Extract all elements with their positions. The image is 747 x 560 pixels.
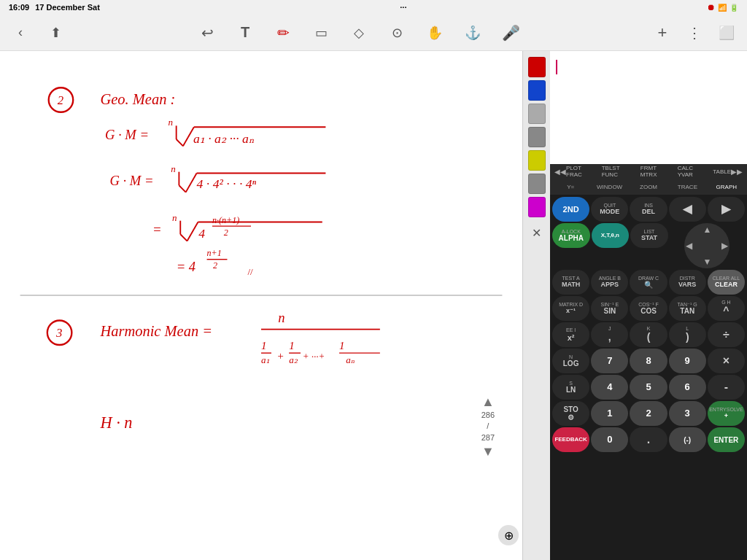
calc-trace-btn[interactable]: TRACE — [668, 180, 706, 193]
calc-0-btn[interactable]: 0 — [591, 427, 628, 452]
calc-zoom-btn[interactable]: ZOOM — [630, 180, 667, 193]
calc-top-bar: ◀◀ PLOT FRAC TBLST FUNC FRMT MTRX CALC Y… — [550, 164, 747, 179]
svg-text:1: 1 — [261, 340, 266, 351]
calc-xinv-btn[interactable]: MATRIX Dx⁻¹ — [552, 296, 589, 321]
calculator-screen[interactable] — [550, 51, 747, 164]
svg-line-20 — [180, 234, 187, 241]
add-button[interactable]: + — [651, 21, 674, 44]
calc-nav-left[interactable]: ◀◀ — [554, 168, 566, 176]
calc-graph-btn[interactable]: GRAPH — [708, 180, 746, 193]
date-display: 17 December Sat — [35, 3, 100, 12]
calc-search-btn[interactable]: DRAW C🔍 — [630, 270, 667, 295]
calc-nav-right[interactable]: ▶▶ — [731, 168, 743, 176]
calc-stat-btn[interactable]: LISTSTAT — [630, 223, 668, 248]
svg-line-21 — [187, 222, 198, 241]
calc-2-btn[interactable]: 2 — [630, 401, 667, 426]
calc-nav-left-btn[interactable]: ◀ — [686, 241, 692, 251]
calc-2nd-btn[interactable]: 2ND — [552, 197, 589, 222]
calc-down-btn[interactable]: ▼ — [703, 257, 711, 267]
page-up-button[interactable]: ▲ — [481, 395, 495, 408]
color-gray2[interactable] — [528, 127, 546, 147]
svg-text:Geo.  Mean :: Geo. Mean : — [100, 91, 175, 107]
svg-text:a₁: a₁ — [261, 354, 270, 365]
mic-button[interactable]: 🎤 — [499, 21, 522, 44]
sidebar-close-button[interactable]: ✕ — [532, 226, 541, 240]
zoom-button[interactable]: ⊕ — [498, 525, 519, 545]
svg-text:aₙ: aₙ — [346, 354, 355, 365]
calc-4-btn[interactable]: 4 — [591, 375, 628, 400]
calc-clear-btn[interactable]: CLEAR ALLCLEAR — [708, 270, 745, 295]
calc-1-btn[interactable]: 1 — [591, 401, 628, 426]
calc-mode-btn[interactable]: QUITMODE — [591, 197, 628, 222]
calc-div-btn[interactable]: ÷ — [708, 322, 745, 347]
calc-sto-btn[interactable]: STO⚙ — [552, 401, 589, 426]
calc-window-btn[interactable]: WINDOW — [590, 180, 628, 193]
calc-math-btn[interactable]: TEST AMATH — [552, 270, 589, 295]
calc-decimal-btn[interactable]: . — [630, 427, 667, 452]
calc-func-row: Y= WINDOW ZOOM TRACE GRAPH — [550, 179, 747, 195]
calc-feedback-btn[interactable]: FEEDBACK — [552, 427, 589, 452]
calc-comma-btn[interactable]: J, — [591, 322, 628, 347]
calc-lparen-btn[interactable]: K( — [630, 322, 667, 347]
calc-nav-right-btn[interactable]: ▶ — [721, 241, 728, 251]
calc-neg-btn[interactable]: (-) — [669, 427, 706, 452]
calc-sub-btn[interactable]: - — [708, 375, 745, 400]
calc-plus-btn[interactable]: ENTRYSOLVE+ — [708, 401, 745, 426]
share-button[interactable]: ⬆ — [44, 21, 67, 44]
battery-icon: 🔋 — [729, 4, 738, 12]
svg-text:4: 4 — [198, 226, 205, 241]
calc-apps-btn[interactable]: ANGLE BAPPS — [591, 270, 628, 295]
svg-text:+: + — [276, 350, 284, 362]
menu-button[interactable]: ⋮ — [683, 21, 706, 44]
shape-button[interactable]: ◇ — [347, 21, 371, 44]
hand-button[interactable]: ✋ — [423, 21, 446, 44]
color-yellow[interactable] — [528, 150, 546, 171]
calc-6-btn[interactable]: 6 — [669, 375, 706, 400]
calc-5-btn[interactable]: 5 — [630, 375, 667, 400]
calc-mul-btn[interactable]: × — [708, 349, 745, 373]
calc-sin-btn[interactable]: SIN⁻¹ ESIN — [591, 296, 628, 321]
text-tool-button[interactable]: T — [233, 21, 257, 44]
color-blue[interactable] — [528, 80, 546, 101]
svg-text:1: 1 — [339, 340, 344, 351]
color-gray3[interactable] — [528, 174, 546, 194]
calc-7-btn[interactable]: 7 — [591, 349, 628, 373]
calc-log-btn[interactable]: NLOG — [552, 349, 589, 373]
calc-pow-btn[interactable]: G H^ — [708, 296, 745, 321]
calc-vars-btn[interactable]: DISTRVARS — [669, 270, 706, 295]
calc-y-btn[interactable]: Y= — [551, 180, 589, 193]
color-red[interactable] — [528, 57, 546, 77]
calc-xsq-btn[interactable]: EE Ix² — [552, 322, 589, 347]
color-purple[interactable] — [528, 197, 546, 217]
copy-button[interactable]: ⬜ — [715, 21, 738, 44]
back-button[interactable]: ‹ — [9, 21, 32, 44]
highlighter-button[interactable]: ▭ — [309, 21, 333, 44]
calc-rparen-btn[interactable]: L) — [669, 322, 706, 347]
navigation-area: ▲ 286 / 287 ▼ — [481, 395, 495, 458]
calc-alpha-btn[interactable]: A-LOCKALPHA — [552, 223, 590, 248]
calc-up-btn[interactable]: ▲ — [703, 225, 711, 235]
main-area: 2 Geo. Mean : G · M = n a₁ · a₂ ··· aₙ G… — [0, 51, 747, 560]
svg-text://: // — [247, 266, 253, 277]
color-gray1[interactable] — [528, 104, 546, 124]
svg-text:Harmonic  Mean  =: Harmonic Mean = — [99, 323, 212, 339]
calc-9-btn[interactable]: 9 — [669, 349, 706, 373]
calc-enter-btn[interactable]: ENTER — [708, 427, 745, 452]
calc-right-btn[interactable]: ▶ — [708, 197, 745, 222]
notes-area[interactable]: 2 Geo. Mean : G · M = n a₁ · a₂ ··· aₙ G… — [0, 51, 522, 560]
calc-3-btn[interactable]: 3 — [669, 401, 706, 426]
pen-tool-button[interactable]: ✏ — [271, 21, 295, 44]
undo-button[interactable]: ↩ — [196, 21, 219, 44]
calc-cos-btn[interactable]: COS⁻¹ FCOS — [630, 296, 667, 321]
calc-ln-btn[interactable]: SLN — [552, 375, 589, 400]
calc-tan-btn[interactable]: TAN⁻¹ GTAN — [669, 296, 706, 321]
svg-text:2: 2 — [58, 93, 63, 107]
page-down-button[interactable]: ▼ — [481, 445, 495, 458]
calc-del-btn[interactable]: INSDEL — [630, 197, 667, 222]
link-button[interactable]: ⚓ — [461, 21, 484, 44]
calc-8-btn[interactable]: 8 — [630, 349, 667, 373]
lasso-button[interactable]: ⊙ — [385, 21, 409, 44]
calc-xtn-btn[interactable]: X,T,θ,n — [592, 223, 630, 248]
calc-left-btn[interactable]: ◀ — [669, 197, 706, 222]
svg-text:1: 1 — [289, 340, 294, 351]
